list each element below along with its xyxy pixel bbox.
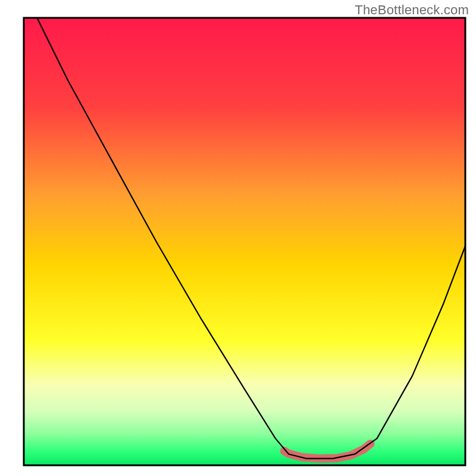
watermark-text: TheBottleneck.com (355, 2, 469, 18)
chart-canvas (0, 0, 476, 476)
